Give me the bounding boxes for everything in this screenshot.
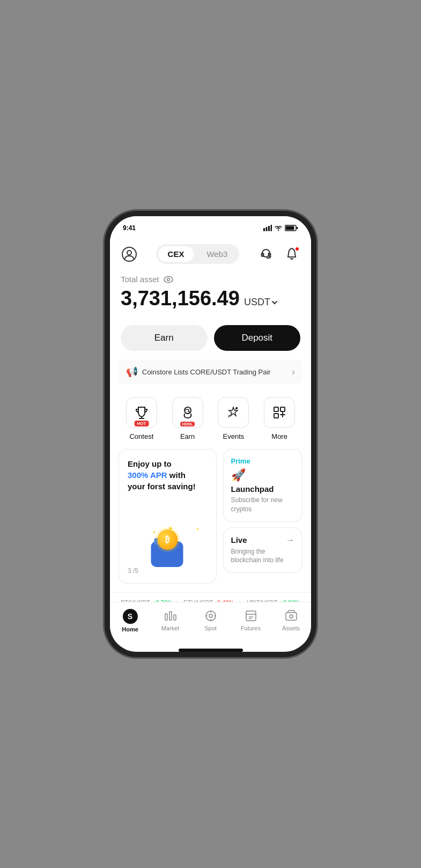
earn-label: Earn (180, 432, 195, 440)
svg-rect-24 (165, 614, 167, 620)
svg-rect-33 (246, 611, 256, 621)
svg-point-38 (290, 615, 293, 618)
earn-button[interactable]: Earn (121, 325, 208, 351)
contest-icon-box: HOT (126, 397, 157, 428)
phone-shell: 9:41 (110, 216, 311, 652)
svg-rect-37 (286, 613, 297, 620)
bitcoin-symbol: ₿ (157, 529, 178, 550)
svg-rect-26 (174, 615, 176, 620)
quick-action-earn[interactable]: HODL Earn (169, 397, 206, 440)
profile-button[interactable] (121, 246, 138, 263)
nav-market[interactable]: Market (150, 607, 190, 635)
announcement-bar[interactable]: 📢 Coinstore Lists CORE/USDT Trading Pair… (119, 359, 302, 384)
launchpad-title: Launchpad (231, 484, 295, 494)
trophy-icon (134, 405, 149, 420)
hot-badge: HOT (134, 421, 149, 426)
time: 9:41 (123, 224, 136, 232)
svg-rect-25 (169, 612, 172, 620)
bottom-nav: S Home Market (110, 602, 311, 645)
wifi-icon (274, 225, 283, 231)
launchpad-card[interactable]: Prime 🚀 Launchpad Subscribe for new cryp… (223, 449, 303, 522)
promo-savings-card[interactable]: Enjoy up to 300% APR with your forst sav… (119, 449, 217, 584)
action-buttons: Earn Deposit (110, 319, 311, 359)
more-icon-box (264, 397, 295, 428)
svg-rect-20 (280, 407, 285, 411)
grid-plus-icon (272, 405, 287, 420)
svg-point-9 (127, 251, 131, 255)
sparkle-right: ✦ (196, 527, 200, 532)
svg-rect-0 (263, 228, 265, 231)
live-header: Live → (231, 535, 295, 545)
svg-rect-3 (271, 225, 272, 231)
cex-tab[interactable]: CEX (158, 246, 194, 262)
notification-dot (295, 247, 299, 251)
quick-action-more[interactable]: More (261, 397, 298, 440)
header-icons (257, 246, 300, 263)
top-nav: CEX Web3 (110, 240, 311, 270)
svg-point-4 (278, 230, 279, 231)
spot-label: Spot (204, 625, 217, 631)
status-icons (263, 225, 298, 231)
svg-rect-7 (297, 227, 298, 229)
total-asset-text: Total asset (121, 275, 159, 284)
live-arrow: → (286, 535, 294, 545)
announcement-left: 📢 Coinstore Lists CORE/USDT Trading Pair (126, 366, 271, 378)
nav-spot[interactable]: Spot (190, 607, 231, 635)
market-label: Market (161, 625, 180, 631)
prime-label: Prime (231, 457, 295, 465)
phone-notch (179, 216, 243, 232)
launchpad-subtitle: Subscribe for new cryptos (231, 496, 295, 514)
quick-actions: HOT Contest HODL Earn (110, 393, 311, 449)
svg-point-13 (164, 276, 173, 282)
promo-counter: 3 /5 (128, 567, 208, 575)
svg-rect-21 (274, 414, 278, 418)
quick-action-events[interactable]: Events (215, 397, 252, 440)
signal-icon (263, 225, 272, 231)
ticker-section: BTC/USDT +0.76% 91,953.41 ETH/USDT -0.48… (110, 592, 311, 602)
nav-futures[interactable]: Futures (231, 607, 271, 635)
earn-icon (180, 405, 195, 420)
events-icon (226, 405, 241, 420)
nav-assets[interactable]: Assets (271, 607, 311, 635)
promo-right: Prime 🚀 Launchpad Subscribe for new cryp… (223, 449, 303, 584)
svg-point-28 (209, 614, 212, 617)
mode-toggle: CEX Web3 (156, 244, 240, 264)
live-title: Live (231, 535, 247, 545)
futures-label: Futures (241, 625, 261, 631)
market-icon (164, 609, 178, 623)
profile-icon (122, 247, 137, 262)
home-icon: S (123, 609, 138, 624)
rocket-icon: 🚀 (231, 468, 295, 482)
svg-point-14 (167, 278, 169, 281)
scroll-content: Total asset 3,731,156.49 USDT Earn Depos (110, 270, 311, 602)
events-icon-box (218, 397, 249, 428)
nav-home[interactable]: S Home (110, 607, 150, 635)
asset-value: 3,731,156.49 (121, 287, 240, 310)
asset-amount: 3,731,156.49 USDT (121, 287, 300, 310)
web3-tab[interactable]: Web3 (197, 246, 237, 262)
more-label: More (271, 432, 287, 440)
deposit-button[interactable]: Deposit (214, 325, 301, 351)
earn-icon-box: HODL (172, 397, 203, 428)
svg-rect-2 (268, 226, 270, 231)
live-card[interactable]: Live → Bringing the blockchain into life (223, 527, 303, 573)
promo-text1: Enjoy up to 300% APR with your forst sav… (128, 458, 208, 492)
notification-button[interactable] (283, 246, 300, 263)
events-label: Events (223, 432, 245, 440)
spot-icon (204, 609, 218, 623)
headset-icon (259, 247, 273, 261)
support-button[interactable] (257, 246, 275, 263)
announcement-chevron: › (292, 366, 295, 378)
announcement-text: Coinstore Lists CORE/USDT Trading Pair (142, 368, 271, 376)
svg-rect-1 (266, 227, 268, 231)
eye-icon[interactable] (164, 276, 173, 283)
svg-rect-19 (274, 407, 278, 411)
asset-currency[interactable]: USDT (244, 297, 278, 308)
live-subtitle: Bringing the blockchain into life (231, 547, 295, 565)
promo-apr: 300% APR (128, 470, 167, 480)
assets-icon (284, 609, 298, 623)
megaphone-icon: 📢 (126, 366, 138, 378)
hodl-badge: HODL (180, 422, 195, 426)
quick-action-contest[interactable]: HOT Contest (123, 397, 160, 440)
asset-section: Total asset 3,731,156.49 USDT (110, 270, 311, 319)
